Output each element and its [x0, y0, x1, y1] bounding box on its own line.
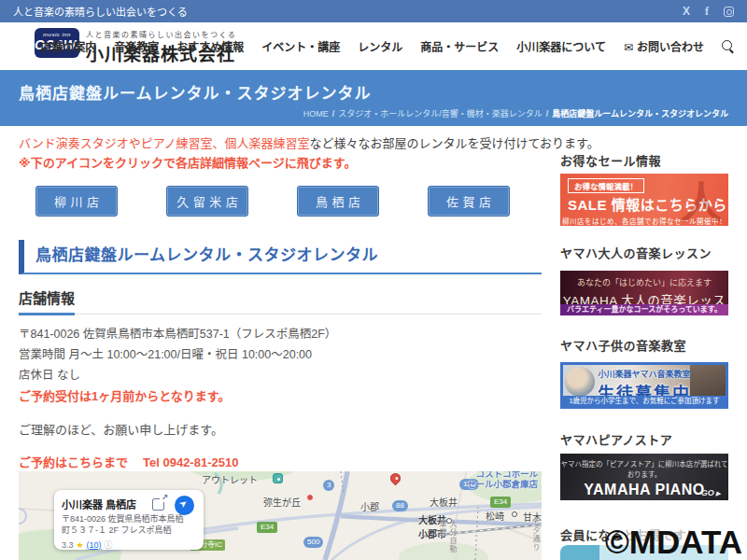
store-holiday: 店休日 なし	[19, 365, 336, 385]
sidebar-heading-kids-school: ヤマハ子供の音楽教室	[560, 336, 686, 354]
nav-products[interactable]: 商品・サービス	[420, 38, 499, 54]
map-label-yayoigaoka: 弥生が丘	[263, 495, 301, 509]
intro-note: ※下のアイコンをクリックで各店詳細情報ページに飛びます。	[19, 153, 356, 171]
red-dot-pin-icon	[306, 494, 314, 501]
map-label-matsuzaki: 松崎	[486, 509, 504, 523]
kids-photo-left	[565, 367, 595, 397]
nav-stores[interactable]: 店舗の案内	[40, 38, 96, 54]
shop-button-kurume[interactable]: 久留米店	[166, 186, 248, 217]
sidebar-heading-adult-lessons: ヤマハ大人の音楽レッスン	[560, 244, 712, 261]
breadcrumb-category[interactable]: スタジオ・ホールレンタル/音響・機材・楽器レンタル	[338, 109, 543, 119]
request-text: ご理解のほど、お願い申し上げます。	[19, 420, 223, 438]
store-info: 〒841-0026 佐賀県鳥栖市本鳥栖町537-1（フレスポ鳥栖2F） 営業時間…	[19, 324, 336, 385]
go-link[interactable]: GO	[701, 488, 721, 497]
adult-banner-strip: バラエティー豊かなコースがそろっています。	[560, 304, 728, 315]
map-label-oitai: 大板井	[430, 495, 458, 509]
divider	[19, 314, 542, 315]
google-map[interactable]: アウトレット 弥生が丘 3 131 コストコホールセール小郡倉庫店 味坂IC 小…	[19, 471, 542, 560]
sale-badge: お得な情報満載！	[568, 178, 644, 193]
route-shield-88: 88	[392, 500, 408, 511]
station-icon	[512, 511, 517, 517]
map-label-ogori: 小郡	[360, 499, 379, 513]
star-icon	[77, 540, 84, 550]
map-info-card: 小川楽器 鳥栖店 〒841-0026 佐賀県鳥栖市本鳥栖町５３７-１ 2F フレ…	[54, 490, 204, 550]
reviews-link[interactable]: (10)	[87, 540, 102, 550]
store-hours: 営業時間 月～土 10:00～21:00/日曜・祝日 10:00～20:00	[19, 344, 336, 365]
intro-text: バンド演奏スタジオやピアノ練習室、個人楽器練習室など様々なお部屋のレンタルを受け…	[19, 133, 599, 151]
hero-banner: 鳥栖店鍵盤ルームレンタル・スタジオレンタル HOME/スタジオ・ホールレンタル/…	[0, 70, 747, 126]
section-title: 鳥栖店鍵盤ルームレンタル・スタジオレンタル	[19, 240, 542, 274]
x-twitter-icon[interactable]	[683, 6, 690, 17]
facebook-icon[interactable]	[705, 6, 709, 17]
adult-lessons-banner[interactable]: あなたの「はじめたい」に応えます YAMAHA 大人の音楽レッスン バラエティー…	[560, 271, 728, 315]
adult-banner-line1: あなたの「はじめたい」に応えます	[560, 276, 728, 288]
header: music inn OGAWA 人と音楽の素晴らしい出会いをつくる 小川楽器株式…	[0, 22, 747, 70]
intro-highlight: バンド演奏スタジオやピアノ練習室、個人楽器練習室	[19, 136, 309, 150]
watermark: ©MDATA	[605, 524, 742, 560]
sale-banner-decoration: 人	[680, 174, 723, 226]
nav-events[interactable]: イベント・講座	[261, 38, 340, 54]
kids-school-banner[interactable]: 小川楽器ヤマハ音楽教室 生徒募集中 1歳児から小学生まで、お気軽にご参加頂けます	[560, 362, 728, 409]
shop-button-tosu[interactable]: 鳥栖店	[297, 186, 379, 217]
map-card-rating: 3.3 (10)	[62, 539, 196, 551]
route-shield-e34-b: E34	[257, 522, 277, 533]
nav-recommended[interactable]: おすすめ情報	[176, 38, 244, 54]
intro-rest: など様々なお部屋のレンタルを受け付けております。	[309, 136, 599, 150]
instagram-icon[interactable]	[724, 7, 734, 17]
nav-about[interactable]: 小川楽器について	[516, 38, 606, 54]
sale-banner[interactable]: 人 お得な情報満載！ SALE 情報はこちらから 柳川店をはじめ、各店舗でお得な…	[560, 174, 728, 226]
page: 人と音楽の素晴らしい出会いをつくる music inn OGAWA 人と音楽の素…	[0, 0, 747, 560]
shop-button-yanagawa[interactable]: 柳川店	[35, 186, 118, 217]
kids-banner-strip: 1歳児から小学生まで、お気軽にご参加頂けます	[563, 396, 726, 406]
reservation-notice: ご予約受付は1ヶ月前からとなります。	[19, 386, 231, 404]
map-label-costco: コストコホールセール小郡倉庫店	[426, 471, 538, 489]
search-icon[interactable]	[722, 40, 734, 52]
social-links	[683, 6, 734, 17]
piano-banner-line1: ヤマハ指定の「ピアノストア」に柳川本店が選ばれております。	[560, 458, 728, 479]
map-label-street: 七夕通り	[530, 518, 541, 552]
map-label-outlet: アウトレット	[202, 472, 258, 486]
rating-value: 3.3	[62, 540, 74, 550]
sidebar-heading-sale: お得なセール情報	[560, 151, 661, 169]
reserve-label: ご予約はこちらまで	[19, 455, 128, 469]
nav-music-school[interactable]: 音楽教室	[114, 38, 159, 54]
store-info-heading: 店舗情報	[19, 287, 75, 307]
map-card-address: 〒841-0026 佐賀県鳥栖市本鳥栖町５３７-１ 2F フレスポ鳥栖	[62, 513, 196, 536]
topbar: 人と音楽の素晴らしい出会いをつくる	[0, 0, 747, 22]
sidebar-heading-piano-store: ヤマハピアノストア	[560, 430, 672, 448]
nav-rental[interactable]: レンタル	[358, 38, 402, 54]
phone-number: Tel 0942-81-2510	[143, 455, 238, 469]
route-shield-500: 500	[303, 537, 323, 548]
piano-store-banner[interactable]: ヤマハ指定の「ピアノストア」に柳川本店が選ばれております。 YAMAHA PIA…	[560, 454, 728, 500]
topbar-tagline: 人と音楽の素晴らしい出会いをつくる	[13, 4, 188, 19]
route-shield-3: 3	[323, 480, 334, 491]
nav-contact[interactable]: お問い合わせ	[624, 38, 704, 54]
route-shield-e34-a: E34	[490, 497, 511, 508]
main-nav: 店舗の案内 音楽教室 おすすめ情報 イベント・講座 レンタル 商品・サービス 小…	[40, 38, 734, 54]
shop-button-saga[interactable]: 佐賀店	[428, 186, 510, 217]
directions-icon[interactable]	[175, 496, 194, 515]
info-icon	[105, 539, 113, 551]
breadcrumb-home[interactable]: HOME	[303, 109, 329, 119]
shop-button-row: 柳川店 久留米店 鳥栖店 佐賀店	[35, 186, 510, 217]
breadcrumb-current: 鳥栖店鍵盤ルームレンタル・スタジオレンタル	[552, 109, 728, 119]
reserve-line: ご予約はこちらまでTel 0942-81-2510	[19, 453, 238, 470]
open-in-new-icon[interactable]	[152, 498, 164, 511]
page-title: 鳥栖店鍵盤ルームレンタル・スタジオレンタル	[19, 80, 372, 104]
store-address: 〒841-0026 佐賀県鳥栖市本鳥栖町537-1（フレスポ鳥栖2F）	[19, 324, 336, 344]
shopping-pin-icon	[273, 473, 283, 483]
map-label-expressway: 大分自動車道	[437, 520, 458, 560]
breadcrumb: HOME/スタジオ・ホールレンタル/音響・機材・楽器レンタル/鳥栖店鍵盤ルームレ…	[303, 107, 728, 119]
